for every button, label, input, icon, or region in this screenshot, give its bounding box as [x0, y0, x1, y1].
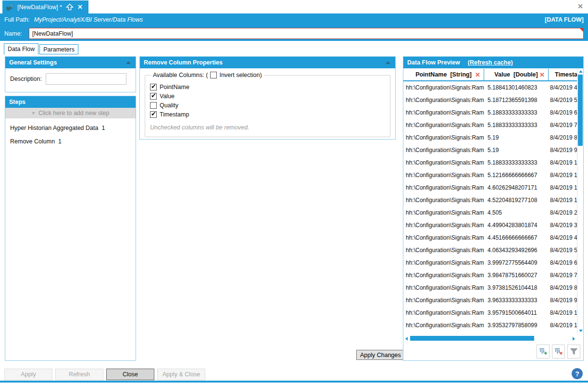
timestamp-cell: 8/4/2019 5 — [549, 97, 577, 103]
scroll-down-icon[interactable] — [579, 330, 583, 332]
value-cell: 4.60262948207171 — [484, 184, 549, 191]
filter-button[interactable] — [567, 345, 580, 358]
scroll-left-icon[interactable] — [405, 337, 408, 341]
table-row[interactable]: hh:\Configuration\Signals:Ramp5.198/4/20… — [403, 131, 577, 144]
properties-header: Remove Column Properties — [140, 57, 395, 68]
horizontal-scroll-thumb[interactable] — [410, 336, 534, 341]
pointname-cell: hh:\Configuration\Signals:Ramp — [403, 134, 484, 141]
pointname-cell: hh:\Configuration\Signals:Ramp — [403, 197, 484, 204]
table-row[interactable]: hh:\Configuration\Signals:Ramp5.18833333… — [403, 119, 577, 131]
close-button[interactable]: Close — [106, 369, 154, 380]
column-header-value[interactable]: Value[Double]✕ — [484, 69, 549, 80]
properties-title: Remove Column Properties — [144, 59, 223, 66]
table-row[interactable]: hh:\Configuration\Signals:Ramp3.97381526… — [403, 282, 577, 294]
pointname-cell: hh:\Configuration\Signals:Ramp — [403, 284, 484, 291]
column-checkbox-row: PointName — [150, 84, 385, 90]
dataflow-editor-window: [NewDataFlow] * ✕ ✕ Full Path: MyProject… — [0, 0, 588, 384]
pointname-cell: hh:\Configuration\Signals:Ramp — [403, 147, 484, 154]
tab-data-flow[interactable]: Data Flow — [4, 43, 38, 55]
pointname-cell: hh:\Configuration\Signals:Ramp — [403, 297, 484, 304]
value-cell: 3.99972775564409 — [484, 259, 549, 266]
timestamp-cell: 8/4/2019 4 — [549, 84, 577, 91]
remove-column-icon[interactable]: ✕ — [539, 71, 545, 78]
table-row[interactable]: hh:\Configuration\Signals:Ramp4.45166666… — [403, 231, 577, 244]
remove-sort-button[interactable] — [552, 345, 565, 358]
window-close-icon[interactable]: ✕ — [577, 3, 583, 10]
timestamp-cell: 8/4/2019 5 — [549, 247, 577, 254]
pointname-cell: hh:\Configuration\Signals:Ramp — [403, 322, 484, 329]
collapse-up-icon[interactable] — [126, 61, 131, 64]
pointname-cell: hh:\Configuration\Signals:Ramp — [403, 159, 484, 166]
table-row[interactable]: hh:\Configuration\Signals:Ramp5.18833333… — [403, 106, 577, 119]
tab-parameters[interactable]: Parameters — [39, 44, 78, 54]
name-input[interactable] — [29, 28, 584, 39]
timestamp-cell: 8/4/2019 1 — [549, 159, 577, 166]
table-row[interactable]: hh:\Configuration\Signals:Ramp4.49904283… — [403, 219, 577, 231]
table-row[interactable]: hh:\Configuration\Signals:Ramp3.95791500… — [403, 307, 577, 319]
horizontal-scrollbar[interactable] — [405, 335, 575, 342]
table-row[interactable]: hh:\Configuration\Signals:Ramp3.99972775… — [403, 256, 577, 269]
document-tab-close-icon[interactable]: ✕ — [77, 4, 83, 10]
table-row[interactable]: hh:\Configuration\Signals:Ramp4.06343293… — [403, 244, 577, 256]
column-checkbox-value[interactable] — [150, 93, 157, 100]
remove-sort-icon — [554, 347, 563, 356]
add-sort-icon — [539, 347, 547, 356]
timestamp-cell: 8/4/2019 8 — [549, 134, 577, 141]
navigate-up-icon[interactable] — [66, 3, 74, 11]
document-tab[interactable]: [NewDataFlow] * ✕ — [2, 0, 88, 13]
column-checkbox-list: PointNameValueQualityTimestamp — [150, 84, 385, 118]
scroll-up-icon[interactable] — [579, 70, 583, 73]
preview-header: Data Flow Preview (Refresh cache) — [403, 57, 583, 68]
refresh-cache-link[interactable]: (Refresh cache) — [468, 59, 513, 66]
table-row[interactable]: hh:\Configuration\Signals:Ramp5.198/4/20… — [403, 144, 577, 156]
preview-table-header: PointName[String]✕Value[Double]✕Timestam… — [403, 69, 577, 81]
table-row[interactable]: hh:\Configuration\Signals:Ramp5.18833333… — [403, 156, 577, 169]
collapse-up-icon[interactable] — [386, 61, 390, 64]
value-cell: 5.18833333333333 — [484, 159, 549, 166]
vertical-scrollbar[interactable] — [577, 69, 583, 333]
table-row[interactable]: hh:\Configuration\Signals:Ramp4.5058/4/2… — [403, 206, 577, 219]
scroll-right-icon[interactable] — [573, 337, 575, 341]
properties-note: Unchecked columns will be removed. — [150, 124, 385, 131]
general-settings-title: General Settings — [9, 59, 57, 66]
footer-bar: ApplyRefreshCloseApply & Close ? — [1, 365, 587, 381]
value-cell: 4.49904283801874 — [484, 222, 549, 229]
steps-list: Hyper Historian Aggregated Data 1Remove … — [5, 118, 136, 148]
apply-button[interactable]: Apply — [4, 369, 52, 380]
step-item[interactable]: Remove Column 1 — [5, 135, 136, 148]
table-row[interactable]: hh:\Configuration\Signals:Ramp3.93532797… — [403, 319, 577, 332]
column-checkbox-row: Value — [150, 93, 385, 100]
refresh-button[interactable]: Refresh — [55, 369, 103, 380]
full-path-bar: Full Path: MyProject/AnalytiX/BI Server/… — [0, 13, 588, 26]
value-cell: 5.18833333333333 — [484, 109, 549, 116]
apply-close-button[interactable]: Apply & Close — [157, 369, 205, 380]
add-step-button[interactable]: + Click here to add new step — [5, 108, 136, 118]
remove-column-icon[interactable]: ✕ — [475, 71, 480, 78]
general-settings-panel: General Settings Description: — [5, 56, 136, 92]
pointname-cell: hh:\Configuration\Signals:Ramp — [403, 234, 484, 241]
table-row[interactable]: hh:\Configuration\Signals:Ramp5.18712365… — [403, 94, 577, 106]
value-cell: 3.96333333333333 — [484, 297, 549, 304]
invert-selection-checkbox[interactable] — [210, 72, 217, 78]
column-checkbox-timestamp[interactable] — [150, 111, 157, 118]
table-row[interactable]: hh:\Configuration\Signals:Ramp3.98478751… — [403, 269, 577, 282]
table-row[interactable]: hh:\Configuration\Signals:Ramp5.18841301… — [403, 81, 577, 94]
apply-changes-button[interactable]: Apply Changes — [356, 350, 405, 360]
table-row[interactable]: hh:\Configuration\Signals:Ramp5.12166666… — [403, 169, 577, 181]
table-row[interactable]: hh:\Configuration\Signals:Ramp4.60262948… — [403, 181, 577, 194]
add-sort-button[interactable] — [537, 345, 550, 358]
preview-title: Data Flow Preview — [407, 59, 460, 66]
value-cell: 3.98478751660027 — [484, 272, 549, 279]
column-header-timestamp[interactable]: Timestamp — [549, 69, 577, 80]
column-checkbox-pointname[interactable] — [150, 84, 157, 90]
step-item[interactable]: Hyper Historian Aggregated Data 1 — [5, 121, 136, 135]
column-checkbox-quality[interactable] — [150, 102, 157, 109]
preview-table: PointName[String]✕Value[Double]✕Timestam… — [403, 69, 577, 332]
column-header-pointname[interactable]: PointName[String]✕ — [403, 69, 484, 80]
table-row[interactable]: hh:\Configuration\Signals:Ramp4.52204819… — [403, 194, 577, 206]
column-checkbox-label: PointName — [160, 84, 189, 90]
vertical-scroll-thumb[interactable] — [578, 75, 583, 146]
help-button[interactable]: ? — [572, 368, 583, 379]
table-row[interactable]: hh:\Configuration\Signals:Ramp3.96333333… — [403, 294, 577, 307]
description-input[interactable] — [46, 73, 126, 85]
